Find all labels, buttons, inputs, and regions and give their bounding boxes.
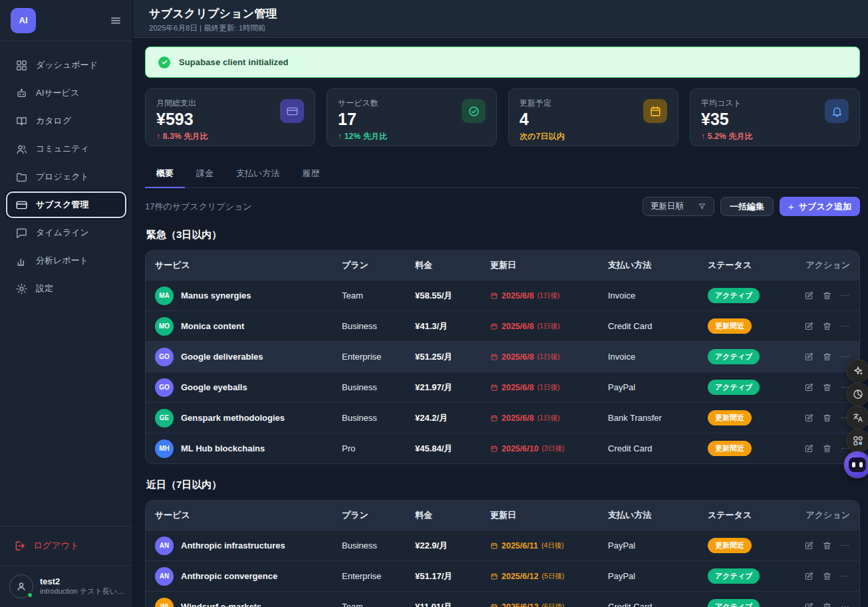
delete-icon[interactable]	[822, 602, 832, 607]
sidebar-item-users[interactable]: コミュニティ	[6, 136, 126, 162]
more-actions-icon[interactable]	[840, 352, 850, 362]
add-subscription-button[interactable]: + サブスク追加	[780, 197, 860, 216]
status-cell: アクティブ	[708, 288, 804, 303]
logout-label: ログアウト	[33, 540, 79, 552]
more-actions-icon[interactable]	[840, 541, 850, 550]
edit-icon[interactable]	[804, 352, 814, 362]
edit-icon[interactable]	[804, 602, 814, 607]
sidebar-item-gear[interactable]: 設定	[6, 275, 126, 302]
edit-icon[interactable]	[804, 321, 814, 331]
table-row[interactable]: GOGoogle deliverablesEnterprise¥51.25/月2…	[146, 341, 859, 372]
sidebar-item-dashboard[interactable]: ダッシュボード	[6, 52, 126, 78]
renewal-cell: 2025/6/10(3日後)	[490, 444, 608, 453]
table-row[interactable]: ANAnthropic infrastructuresBusiness¥22.9…	[146, 530, 859, 560]
renewal-cell: 2025/6/11(4日後)	[490, 541, 608, 550]
renewal-date: 2025/6/8	[502, 291, 534, 301]
service-cell: GOGoogle deliverables	[155, 348, 342, 366]
column-header: サービス	[155, 259, 342, 271]
bulk-edit-button[interactable]: 一括編集	[720, 197, 774, 216]
actions-cell	[804, 571, 850, 581]
page-subtitle: 2025年6月8日 | 最終更新: 1時間前	[149, 23, 855, 33]
calendar-icon	[643, 99, 667, 123]
edit-icon[interactable]	[804, 541, 814, 550]
tab-3[interactable]: 支払い方法	[225, 162, 291, 188]
service-avatar: WI	[155, 598, 174, 607]
sidebar-item-label: サブスク管理	[36, 199, 88, 211]
sidebar-item-label: 設定	[36, 283, 53, 295]
edit-icon[interactable]	[804, 443, 814, 453]
plan-cell: Business	[342, 413, 415, 423]
logout-icon	[14, 540, 26, 552]
tab-2[interactable]: 課金	[185, 162, 225, 188]
column-header: プラン	[342, 259, 415, 271]
column-header: 支払い方法	[608, 509, 708, 521]
edit-icon[interactable]	[804, 413, 814, 423]
robot-assistant-floating-button[interactable]	[843, 451, 868, 479]
column-header: 更新日	[490, 259, 608, 271]
apps-floating-button[interactable]	[846, 429, 868, 453]
table-row[interactable]: MAManus synergiesTeam¥58.55/月2025/6/8(1日…	[146, 280, 859, 310]
sidebar-item-folder[interactable]: プロジェクト	[6, 164, 126, 190]
more-actions-icon[interactable]	[840, 321, 850, 331]
edit-icon[interactable]	[804, 382, 814, 392]
status-badge: 更新間近	[708, 538, 752, 553]
edit-icon[interactable]	[804, 571, 814, 581]
sort-dropdown[interactable]: 更新日順	[643, 197, 714, 216]
sidebar: AI ダッシュボードAIサービスカタログコミュニティプロジェクトサブスク管理タイ…	[0, 0, 133, 607]
tab-4[interactable]: 履歴	[291, 162, 331, 188]
sparkle-floating-button[interactable]	[846, 359, 868, 383]
renewal-note: (1日後)	[537, 383, 560, 392]
delete-icon[interactable]	[822, 291, 832, 301]
pie-chart-floating-button[interactable]	[846, 382, 868, 406]
service-avatar: MH	[155, 439, 174, 458]
edit-icon[interactable]	[804, 291, 814, 301]
service-cell: ANAnthropic convergence	[155, 567, 342, 586]
tab-1[interactable]: 概要	[145, 162, 185, 188]
funnel-icon	[698, 202, 706, 211]
table-row[interactable]: MHML Hub blockchainsPro¥45.84/月2025/6/10…	[146, 433, 859, 463]
more-actions-icon[interactable]	[840, 291, 850, 301]
table-header-row: サービスプラン料金更新日支払い方法ステータスアクション	[146, 251, 859, 280]
renewal-cell: 2025/6/8(1日後)	[490, 291, 608, 301]
page-header: サブスクリプション管理 2025年6月8日 | 最終更新: 1時間前	[133, 0, 868, 38]
more-actions-icon[interactable]	[840, 571, 850, 581]
delete-icon[interactable]	[822, 321, 832, 331]
calendar-icon	[490, 572, 498, 580]
more-actions-icon[interactable]	[840, 602, 850, 607]
sidebar-item-credit-card[interactable]: サブスク管理	[6, 191, 126, 218]
payment-cell: PayPal	[608, 382, 708, 392]
sidebar-item-bar-chart[interactable]: 分析レポート	[6, 247, 126, 274]
table-row[interactable]: WIWindsurf e-marketsTeam¥11.01/月2025/6/1…	[146, 591, 859, 607]
column-header: サービス	[155, 509, 342, 521]
delete-icon[interactable]	[822, 443, 832, 453]
delete-icon[interactable]	[822, 571, 832, 581]
delete-icon[interactable]	[822, 352, 832, 362]
logout-button[interactable]: ログアウト	[14, 540, 118, 552]
table-row[interactable]: ANAnthropic convergenceEnterprise¥51.17/…	[146, 560, 859, 591]
delete-icon[interactable]	[822, 541, 832, 550]
status-badge: アクティブ	[708, 349, 760, 364]
book-icon	[15, 115, 28, 128]
delete-icon[interactable]	[822, 413, 832, 423]
subscription-table: サービスプラン料金更新日支払い方法ステータスアクションANAnthropic i…	[145, 500, 860, 607]
stat-card: 更新予定4次の7日以内	[508, 88, 678, 146]
table-row[interactable]: GEGenspark methodologiesBusiness¥24.2/月2…	[146, 402, 859, 433]
sidebar-item-chat[interactable]: タイムライン	[6, 219, 126, 246]
column-header: 支払い方法	[608, 259, 708, 271]
hamburger-menu-icon[interactable]	[110, 15, 122, 27]
table-row[interactable]: GOGoogle eyeballsBusiness¥21.97/月2025/6/…	[146, 372, 859, 402]
price-cell: ¥58.55/月	[415, 290, 490, 302]
delete-icon[interactable]	[822, 382, 832, 392]
sidebar-item-label: ダッシュボード	[36, 59, 98, 71]
table-row[interactable]: MOMonica contentBusiness¥41.3/月2025/6/8(…	[146, 310, 859, 341]
status-badge: アクティブ	[708, 599, 760, 607]
plan-cell: Team	[342, 602, 415, 607]
sidebar-item-robot[interactable]: AIサービス	[6, 80, 126, 106]
stat-delta: ↑ 12% 先月比	[338, 131, 486, 142]
sidebar-item-book[interactable]: カタログ	[6, 108, 126, 134]
renewal-date: 2025/6/10	[502, 444, 539, 453]
translate-floating-button[interactable]	[846, 406, 868, 429]
dashboard-icon	[15, 59, 28, 72]
status-cell: 更新間近	[708, 410, 804, 425]
user-profile[interactable]: test2 introduction テスト長い文章...	[0, 565, 132, 607]
